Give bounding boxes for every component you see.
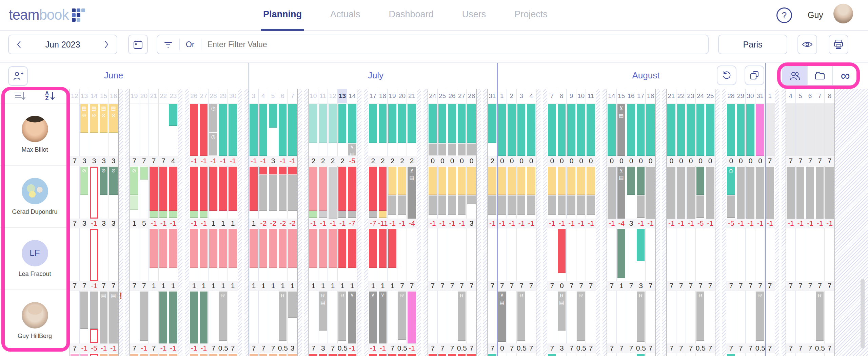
day-label[interactable]: 3	[517, 89, 527, 103]
booking-bar-grayL[interactable]	[279, 175, 287, 211]
day-cell[interactable]	[507, 353, 517, 356]
user-row[interactable]: Guy HillBerg	[0, 289, 70, 352]
day-cell[interactable]	[378, 166, 388, 219]
booking-bar-sage[interactable]	[169, 292, 177, 343]
day-cell[interactable]	[576, 353, 586, 356]
booking-bar-grayL[interactable]	[288, 175, 297, 211]
booking-bar-redP[interactable]	[250, 229, 258, 268]
booking-bar-redC[interactable]: ▤	[467, 354, 476, 356]
day-label[interactable]: 12	[70, 89, 80, 103]
booking-bar-sage[interactable]	[696, 167, 705, 195]
day-cell[interactable]	[686, 228, 696, 281]
booking-bar-y[interactable]	[567, 167, 575, 195]
day-label[interactable]: 14	[347, 89, 357, 103]
day-label[interactable]: 24	[696, 89, 706, 103]
day-cell[interactable]	[407, 291, 417, 343]
booking-bar-gL[interactable]	[159, 211, 167, 218]
booking-bar-grayL[interactable]	[766, 167, 774, 219]
view-by-users-button[interactable]	[783, 66, 808, 85]
day-cell[interactable]	[696, 353, 706, 356]
booking-bar-salmon[interactable]	[150, 354, 158, 356]
day-cell[interactable]	[199, 228, 209, 281]
booking-bar-salmon[interactable]	[288, 354, 297, 356]
booking-bar-teal[interactable]	[567, 104, 575, 156]
day-cell[interactable]	[586, 228, 596, 281]
day-cell[interactable]	[567, 166, 576, 219]
day-cell[interactable]	[626, 104, 636, 156]
booking-bar-teal[interactable]	[627, 104, 635, 156]
day-cell[interactable]	[607, 291, 617, 343]
booking-bar-teal[interactable]	[646, 104, 655, 156]
booking-bar-redC[interactable]: ▤	[408, 354, 416, 356]
day-cell[interactable]	[547, 228, 557, 281]
day-label[interactable]: 7	[288, 89, 297, 103]
booking-bar-sage[interactable]	[200, 292, 208, 343]
day-label[interactable]: 21	[407, 89, 417, 103]
booking-bar-redC[interactable]: ▤	[388, 354, 396, 356]
booking-bar-salmon[interactable]	[250, 354, 258, 356]
booking-bar-grayL[interactable]	[259, 175, 268, 211]
day-cell[interactable]: ▤	[457, 353, 467, 356]
day-cell[interactable]	[805, 291, 815, 343]
booking-bar-red[interactable]	[209, 167, 217, 211]
day-cell[interactable]: ⊻▤	[407, 166, 417, 219]
booking-bar-gL[interactable]	[309, 211, 317, 218]
day-cell[interactable]	[705, 166, 715, 219]
day-cell[interactable]	[268, 291, 278, 343]
day-cell[interactable]	[586, 166, 596, 219]
booking-bar-redC[interactable]: ▤	[338, 354, 347, 356]
booking-bar-grayL[interactable]	[558, 195, 566, 215]
day-cell[interactable]	[218, 104, 228, 156]
day-cell[interactable]	[705, 353, 715, 356]
day-cell[interactable]	[259, 353, 269, 356]
booking-bar-teal[interactable]	[727, 104, 735, 156]
booking-bar-grayL[interactable]: R	[637, 292, 645, 342]
booking-bar-redP[interactable]	[279, 229, 287, 268]
day-cell[interactable]	[130, 104, 139, 156]
day-label[interactable]: 24	[428, 89, 438, 103]
booking-bar-teal[interactable]	[279, 104, 287, 156]
booking-bar-teal[interactable]	[727, 354, 735, 356]
undo-button[interactable]	[717, 65, 736, 85]
day-label[interactable]: 25	[438, 89, 448, 103]
day-cell[interactable]	[488, 166, 497, 219]
day-cell[interactable]	[607, 353, 617, 356]
day-cell[interactable]: ▤	[318, 353, 328, 356]
chevron-right-icon[interactable]	[104, 40, 109, 49]
booking-bar-grayL[interactable]	[727, 195, 735, 218]
booking-bar-grayL[interactable]	[787, 167, 795, 219]
day-cell[interactable]	[428, 291, 438, 343]
day-cell[interactable]	[328, 166, 338, 219]
day-cell[interactable]	[89, 291, 99, 343]
day-cell[interactable]	[676, 291, 686, 343]
day-label[interactable]: 1	[497, 89, 507, 103]
booking-bar-redC[interactable]: ▤	[398, 354, 406, 356]
booking-bar-grayL[interactable]	[646, 167, 655, 219]
day-cell[interactable]	[228, 228, 238, 281]
day-cell[interactable]	[159, 228, 169, 281]
calendar-picker-button[interactable]	[128, 35, 148, 54]
booking-bar-y[interactable]	[498, 167, 506, 195]
view-by-projects-button[interactable]	[808, 66, 833, 85]
day-cell[interactable]	[89, 353, 99, 356]
day-label[interactable]: 25	[705, 89, 715, 103]
booking-bar-teal[interactable]	[448, 104, 456, 143]
booking-bar-teal[interactable]	[687, 104, 695, 156]
day-cell[interactable]	[457, 166, 467, 219]
day-cell[interactable]	[746, 291, 755, 343]
booking-bar-y[interactable]	[388, 167, 396, 195]
day-cell[interactable]	[228, 104, 238, 156]
day-cell[interactable]: R	[815, 291, 825, 343]
booking-bar-sage[interactable]: ⊘	[109, 167, 118, 195]
day-cell[interactable]	[765, 291, 775, 343]
day-cell[interactable]	[388, 166, 397, 219]
tab-actuals[interactable]: Actuals	[328, 0, 362, 31]
day-cell[interactable]	[526, 166, 536, 219]
booking-bar-grayL[interactable]: R	[756, 292, 764, 341]
booking-bar-grayL[interactable]	[548, 195, 556, 215]
day-cell[interactable]	[626, 166, 636, 219]
day-cell[interactable]	[557, 228, 567, 281]
day-cell[interactable]	[557, 104, 567, 156]
day-cell[interactable]	[259, 228, 269, 281]
booking-bar-grayL[interactable]	[348, 211, 356, 218]
